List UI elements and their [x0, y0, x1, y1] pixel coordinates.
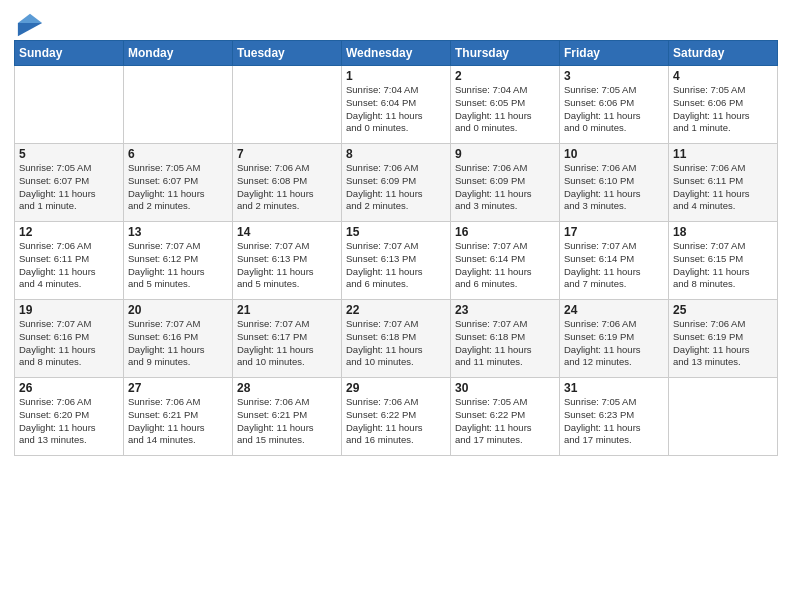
- calendar-cell: 13Sunrise: 7:07 AM Sunset: 6:12 PM Dayli…: [124, 222, 233, 300]
- svg-marker-0: [18, 23, 42, 36]
- day-info: Sunrise: 7:07 AM Sunset: 6:14 PM Dayligh…: [455, 240, 555, 291]
- svg-marker-1: [18, 14, 42, 23]
- calendar-cell: 10Sunrise: 7:06 AM Sunset: 6:10 PM Dayli…: [560, 144, 669, 222]
- calendar-cell: 3Sunrise: 7:05 AM Sunset: 6:06 PM Daylig…: [560, 66, 669, 144]
- calendar-header-row: SundayMondayTuesdayWednesdayThursdayFrid…: [15, 41, 778, 66]
- calendar-cell: 25Sunrise: 7:06 AM Sunset: 6:19 PM Dayli…: [669, 300, 778, 378]
- calendar-week-row: 26Sunrise: 7:06 AM Sunset: 6:20 PM Dayli…: [15, 378, 778, 456]
- calendar-cell: 6Sunrise: 7:05 AM Sunset: 6:07 PM Daylig…: [124, 144, 233, 222]
- day-number: 30: [455, 381, 555, 395]
- calendar-cell: 24Sunrise: 7:06 AM Sunset: 6:19 PM Dayli…: [560, 300, 669, 378]
- day-info: Sunrise: 7:04 AM Sunset: 6:04 PM Dayligh…: [346, 84, 446, 135]
- day-info: Sunrise: 7:07 AM Sunset: 6:18 PM Dayligh…: [346, 318, 446, 369]
- day-info: Sunrise: 7:06 AM Sunset: 6:10 PM Dayligh…: [564, 162, 664, 213]
- day-info: Sunrise: 7:07 AM Sunset: 6:16 PM Dayligh…: [19, 318, 119, 369]
- day-number: 9: [455, 147, 555, 161]
- logo: [14, 10, 44, 34]
- day-number: 1: [346, 69, 446, 83]
- calendar-cell: 19Sunrise: 7:07 AM Sunset: 6:16 PM Dayli…: [15, 300, 124, 378]
- calendar-cell: 5Sunrise: 7:05 AM Sunset: 6:07 PM Daylig…: [15, 144, 124, 222]
- day-info: Sunrise: 7:07 AM Sunset: 6:18 PM Dayligh…: [455, 318, 555, 369]
- day-info: Sunrise: 7:07 AM Sunset: 6:16 PM Dayligh…: [128, 318, 228, 369]
- calendar-week-row: 19Sunrise: 7:07 AM Sunset: 6:16 PM Dayli…: [15, 300, 778, 378]
- weekday-header-tuesday: Tuesday: [233, 41, 342, 66]
- day-number: 4: [673, 69, 773, 83]
- day-number: 29: [346, 381, 446, 395]
- calendar-cell: 1Sunrise: 7:04 AM Sunset: 6:04 PM Daylig…: [342, 66, 451, 144]
- day-number: 31: [564, 381, 664, 395]
- day-number: 22: [346, 303, 446, 317]
- day-info: Sunrise: 7:07 AM Sunset: 6:17 PM Dayligh…: [237, 318, 337, 369]
- calendar-cell: 31Sunrise: 7:05 AM Sunset: 6:23 PM Dayli…: [560, 378, 669, 456]
- day-info: Sunrise: 7:04 AM Sunset: 6:05 PM Dayligh…: [455, 84, 555, 135]
- day-info: Sunrise: 7:06 AM Sunset: 6:11 PM Dayligh…: [673, 162, 773, 213]
- calendar-cell: 27Sunrise: 7:06 AM Sunset: 6:21 PM Dayli…: [124, 378, 233, 456]
- calendar-cell: 16Sunrise: 7:07 AM Sunset: 6:14 PM Dayli…: [451, 222, 560, 300]
- day-info: Sunrise: 7:06 AM Sunset: 6:20 PM Dayligh…: [19, 396, 119, 447]
- day-number: 6: [128, 147, 228, 161]
- day-number: 21: [237, 303, 337, 317]
- day-info: Sunrise: 7:07 AM Sunset: 6:14 PM Dayligh…: [564, 240, 664, 291]
- calendar-cell: 28Sunrise: 7:06 AM Sunset: 6:21 PM Dayli…: [233, 378, 342, 456]
- day-info: Sunrise: 7:05 AM Sunset: 6:06 PM Dayligh…: [673, 84, 773, 135]
- day-number: 23: [455, 303, 555, 317]
- day-number: 12: [19, 225, 119, 239]
- day-number: 15: [346, 225, 446, 239]
- weekday-header-thursday: Thursday: [451, 41, 560, 66]
- day-number: 10: [564, 147, 664, 161]
- day-info: Sunrise: 7:06 AM Sunset: 6:19 PM Dayligh…: [673, 318, 773, 369]
- day-info: Sunrise: 7:06 AM Sunset: 6:11 PM Dayligh…: [19, 240, 119, 291]
- calendar-cell: 29Sunrise: 7:06 AM Sunset: 6:22 PM Dayli…: [342, 378, 451, 456]
- calendar-cell: 14Sunrise: 7:07 AM Sunset: 6:13 PM Dayli…: [233, 222, 342, 300]
- day-number: 16: [455, 225, 555, 239]
- calendar-cell: 11Sunrise: 7:06 AM Sunset: 6:11 PM Dayli…: [669, 144, 778, 222]
- day-number: 26: [19, 381, 119, 395]
- day-number: 18: [673, 225, 773, 239]
- day-info: Sunrise: 7:07 AM Sunset: 6:15 PM Dayligh…: [673, 240, 773, 291]
- calendar-cell: 15Sunrise: 7:07 AM Sunset: 6:13 PM Dayli…: [342, 222, 451, 300]
- day-number: 5: [19, 147, 119, 161]
- day-info: Sunrise: 7:06 AM Sunset: 6:09 PM Dayligh…: [346, 162, 446, 213]
- calendar-cell: 2Sunrise: 7:04 AM Sunset: 6:05 PM Daylig…: [451, 66, 560, 144]
- day-info: Sunrise: 7:05 AM Sunset: 6:22 PM Dayligh…: [455, 396, 555, 447]
- calendar-cell: 22Sunrise: 7:07 AM Sunset: 6:18 PM Dayli…: [342, 300, 451, 378]
- day-number: 28: [237, 381, 337, 395]
- day-info: Sunrise: 7:06 AM Sunset: 6:22 PM Dayligh…: [346, 396, 446, 447]
- day-info: Sunrise: 7:07 AM Sunset: 6:13 PM Dayligh…: [346, 240, 446, 291]
- day-number: 7: [237, 147, 337, 161]
- day-info: Sunrise: 7:07 AM Sunset: 6:12 PM Dayligh…: [128, 240, 228, 291]
- calendar-week-row: 5Sunrise: 7:05 AM Sunset: 6:07 PM Daylig…: [15, 144, 778, 222]
- day-number: 25: [673, 303, 773, 317]
- day-number: 13: [128, 225, 228, 239]
- calendar-cell: 18Sunrise: 7:07 AM Sunset: 6:15 PM Dayli…: [669, 222, 778, 300]
- day-number: 11: [673, 147, 773, 161]
- calendar-cell: 4Sunrise: 7:05 AM Sunset: 6:06 PM Daylig…: [669, 66, 778, 144]
- calendar-week-row: 1Sunrise: 7:04 AM Sunset: 6:04 PM Daylig…: [15, 66, 778, 144]
- day-number: 2: [455, 69, 555, 83]
- day-info: Sunrise: 7:06 AM Sunset: 6:08 PM Dayligh…: [237, 162, 337, 213]
- logo-icon: [16, 10, 44, 38]
- calendar-cell: 17Sunrise: 7:07 AM Sunset: 6:14 PM Dayli…: [560, 222, 669, 300]
- calendar-cell: [124, 66, 233, 144]
- day-number: 17: [564, 225, 664, 239]
- day-number: 19: [19, 303, 119, 317]
- day-info: Sunrise: 7:06 AM Sunset: 6:21 PM Dayligh…: [237, 396, 337, 447]
- calendar-cell: 26Sunrise: 7:06 AM Sunset: 6:20 PM Dayli…: [15, 378, 124, 456]
- day-number: 24: [564, 303, 664, 317]
- weekday-header-wednesday: Wednesday: [342, 41, 451, 66]
- calendar-cell: 8Sunrise: 7:06 AM Sunset: 6:09 PM Daylig…: [342, 144, 451, 222]
- day-number: 20: [128, 303, 228, 317]
- weekday-header-friday: Friday: [560, 41, 669, 66]
- day-number: 8: [346, 147, 446, 161]
- day-info: Sunrise: 7:06 AM Sunset: 6:21 PM Dayligh…: [128, 396, 228, 447]
- calendar-cell: [669, 378, 778, 456]
- day-number: 3: [564, 69, 664, 83]
- calendar-table: SundayMondayTuesdayWednesdayThursdayFrid…: [14, 40, 778, 456]
- page: SundayMondayTuesdayWednesdayThursdayFrid…: [0, 0, 792, 612]
- weekday-header-sunday: Sunday: [15, 41, 124, 66]
- calendar-cell: 12Sunrise: 7:06 AM Sunset: 6:11 PM Dayli…: [15, 222, 124, 300]
- day-number: 27: [128, 381, 228, 395]
- day-info: Sunrise: 7:05 AM Sunset: 6:06 PM Dayligh…: [564, 84, 664, 135]
- day-info: Sunrise: 7:06 AM Sunset: 6:19 PM Dayligh…: [564, 318, 664, 369]
- day-number: 14: [237, 225, 337, 239]
